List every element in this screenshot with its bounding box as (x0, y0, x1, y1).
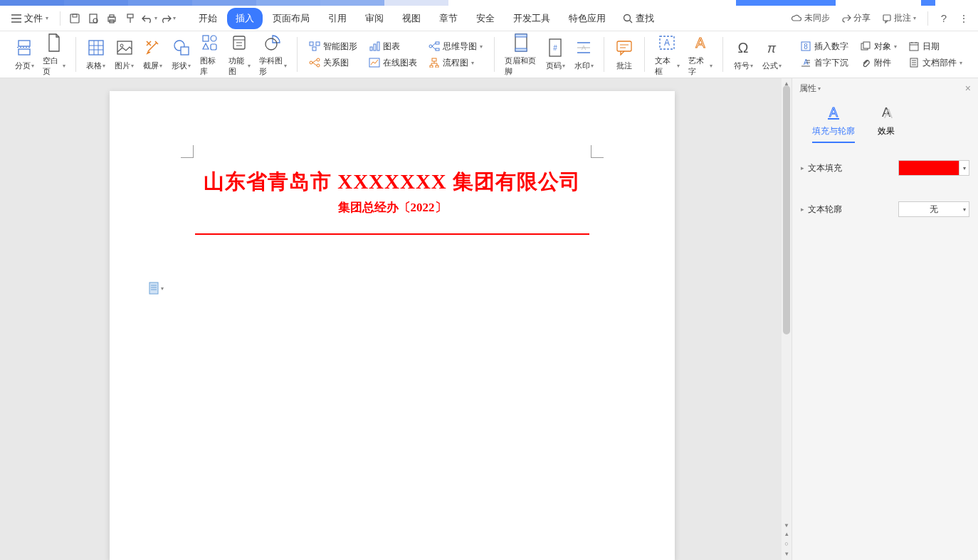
text-box-button[interactable]: A 文本框▾ (651, 30, 684, 80)
tab-start[interactable]: 开始 (190, 8, 226, 29)
svg-rect-58 (515, 34, 527, 37)
margin-corner-tr (591, 145, 604, 158)
svg-text:π: π (767, 41, 777, 56)
document-divider-line[interactable] (195, 233, 589, 235)
more-icon[interactable]: ⋮ (955, 10, 972, 27)
word-art-button[interactable]: A 艺术字▾ (684, 30, 717, 80)
share-icon (841, 14, 851, 23)
comment-button[interactable]: 批注 (610, 35, 638, 74)
tab-featured[interactable]: 特色应用 (560, 8, 614, 29)
menu-tabs: 开始 插入 页面布局 引用 审阅 视图 章节 安全 开发工具 特色应用 (190, 8, 614, 29)
vertical-scrollbar[interactable]: ▲ ▼ ▴ ○ ▾ (782, 78, 792, 560)
smartart-button[interactable]: 智能图形 (306, 39, 360, 54)
tab-page-layout[interactable]: 页面布局 (264, 8, 318, 29)
picture-button[interactable]: 图片▾ (110, 35, 139, 74)
document-subtitle[interactable]: 集团总经办〔2022〕 (110, 199, 675, 216)
svg-text:A: A (829, 105, 838, 120)
search-button[interactable]: 查找 (623, 12, 654, 25)
prev-page-icon[interactable]: ▴ (783, 530, 790, 537)
props-tab-fill[interactable]: A 填充与轮廓 (812, 104, 855, 143)
properties-title: 属性 (799, 83, 816, 95)
document-title[interactable]: 山东省青岛市 XXXXXXX 集团有限公司 (110, 168, 675, 196)
tab-view[interactable]: 视图 (394, 8, 429, 29)
mindmap-button[interactable]: 思维导图▾ (426, 39, 485, 54)
page-number-button[interactable]: # 页码▾ (541, 35, 569, 74)
svg-rect-18 (89, 41, 103, 55)
share-button[interactable]: 分享 (837, 9, 875, 27)
svg-rect-14 (883, 15, 890, 21)
functions-button[interactable]: 功能图▾ (224, 30, 255, 80)
annotate-button[interactable]: 批注 ▾ (878, 9, 920, 27)
attachment-button[interactable]: 附件 (857, 56, 900, 70)
icon-lib-button[interactable]: 图标库 (196, 30, 224, 80)
shape-button[interactable]: 形状▾ (167, 35, 196, 74)
unsync-button[interactable]: 未同步 (787, 9, 834, 27)
insert-number-button[interactable]: 8 插入数字 (797, 39, 851, 54)
page-break-button[interactable]: 分页▾ (10, 35, 38, 74)
tab-security[interactable]: 安全 (468, 8, 503, 29)
menubar: 文件 ▾ ▾ ▾ 开始 插入 页面布局 引用 审阅 视图 章节 安全 开发工具 … (0, 6, 978, 31)
tab-section[interactable]: 章节 (431, 8, 466, 29)
watermark-button[interactable]: A 水印▾ (569, 35, 598, 74)
format-painter-icon[interactable] (122, 10, 139, 27)
equation-button[interactable]: π 公式▾ (757, 35, 786, 74)
text-outline-label: 文本轮廓 (808, 204, 898, 216)
document-page[interactable]: 山东省青岛市 XXXXXXX 集团有限公司 集团总经办〔2022〕 (110, 91, 675, 560)
reading-mode-badge[interactable]: ▾ (148, 282, 164, 295)
svg-rect-55 (430, 65, 433, 68)
svg-rect-16 (19, 49, 30, 55)
save-icon[interactable] (66, 10, 83, 27)
date-button[interactable]: 日期 (905, 39, 965, 54)
svg-line-53 (432, 46, 436, 50)
relation-button[interactable]: 关系图 (306, 56, 360, 70)
doc-parts-button[interactable]: 文档部件▾ (905, 56, 965, 70)
text-outline-select[interactable]: 无 ▾ (898, 201, 969, 217)
svg-rect-8 (110, 15, 114, 17)
text-fill-color-picker[interactable]: ▾ (898, 160, 969, 176)
svg-text:A: A (695, 35, 705, 51)
subject-graphics-button[interactable]: 学科图形▾ (255, 30, 292, 80)
svg-rect-50 (436, 42, 439, 44)
svg-rect-46 (374, 44, 376, 51)
table-button[interactable]: 表格▾ (82, 35, 110, 74)
tab-insert[interactable]: 插入 (227, 8, 263, 29)
blank-page-button[interactable]: 空白页▾ (38, 30, 70, 80)
svg-line-52 (432, 43, 436, 47)
svg-text:#: # (553, 44, 557, 52)
svg-rect-59 (515, 48, 527, 51)
symbol-button[interactable]: Ω 符号▾ (729, 35, 757, 74)
tab-review[interactable]: 审阅 (357, 8, 392, 29)
expand-icon[interactable]: ▸ (801, 206, 808, 213)
svg-rect-54 (432, 58, 436, 61)
props-tab-effect[interactable]: AA 效果 (878, 104, 895, 143)
drop-cap-button[interactable]: A 首字下沉 (797, 56, 851, 70)
expand-icon[interactable]: ▸ (801, 164, 808, 171)
flowchart-button[interactable]: 流程图▾ (426, 56, 485, 70)
svg-rect-10 (127, 14, 133, 18)
svg-rect-15 (19, 41, 30, 46)
scrollbar-thumb[interactable] (783, 85, 790, 334)
svg-rect-37 (310, 42, 313, 46)
object-browse-icon[interactable]: ○ (783, 540, 790, 547)
tab-developer[interactable]: 开发工具 (505, 8, 559, 29)
print-icon[interactable] (103, 10, 120, 27)
document-canvas[interactable]: 山东省青岛市 XXXXXXX 集团有限公司 集团总经办〔2022〕 ▾ (0, 78, 792, 560)
help-icon[interactable]: ? (935, 10, 952, 27)
redo-icon[interactable]: ▾ (159, 10, 176, 27)
file-menu-button[interactable]: 文件 ▾ (6, 9, 54, 28)
chart-button[interactable]: 图表 (366, 39, 420, 54)
svg-rect-82 (910, 43, 918, 51)
svg-text:A: A (582, 44, 586, 51)
tab-references[interactable]: 引用 (320, 8, 355, 29)
undo-icon[interactable]: ▾ (140, 10, 157, 27)
online-chart-button[interactable]: 在线图表 (366, 56, 420, 70)
svg-rect-23 (117, 41, 132, 54)
next-page-icon[interactable]: ▾ (783, 550, 790, 557)
close-icon[interactable]: × (965, 83, 971, 94)
header-footer-button[interactable]: 页眉和页脚 (500, 30, 541, 80)
svg-point-42 (317, 64, 320, 67)
object-button[interactable]: 对象▾ (857, 39, 900, 54)
print-preview-icon[interactable] (85, 10, 102, 27)
svg-point-30 (211, 36, 216, 41)
screenshot-button[interactable]: 截屏▾ (139, 35, 167, 74)
